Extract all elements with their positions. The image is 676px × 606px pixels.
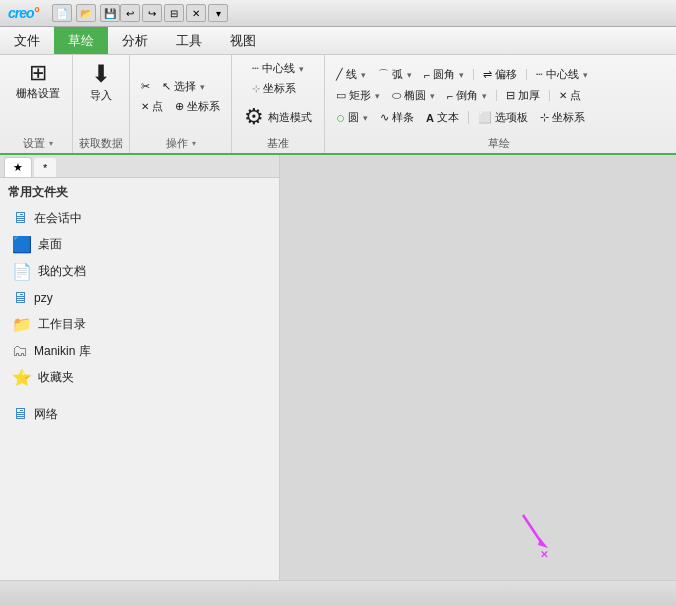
circle-dropdown[interactable]: ▾ bbox=[363, 113, 368, 123]
fillet-dropdown[interactable]: ▾ bbox=[459, 70, 464, 80]
selectpanel-btn[interactable]: ⬜ 选项板 bbox=[473, 108, 533, 127]
manikin-label: Manikin 库 bbox=[34, 343, 91, 360]
rect-btn[interactable]: ▭ 矩形 ▾ bbox=[331, 86, 385, 105]
import-btn[interactable]: ⬇ 导入 bbox=[81, 59, 121, 106]
new-file-btn[interactable]: 📄 bbox=[52, 4, 72, 22]
favorites-label: 收藏夹 bbox=[38, 369, 74, 386]
point-btn[interactable]: ✕ 点 bbox=[136, 97, 168, 116]
chamfer-btn[interactable]: ⌐ 倒角 ▾ bbox=[442, 86, 492, 105]
text-btn[interactable]: A 文本 bbox=[421, 108, 464, 127]
divider2 bbox=[526, 69, 527, 80]
point2-icon: ✕ bbox=[559, 90, 567, 101]
select-dropdown[interactable]: ▾ bbox=[200, 82, 205, 92]
save-btn[interactable]: 💾 bbox=[100, 4, 120, 22]
ribbon-group-datum-content2: ⚙ 构造模式 bbox=[238, 100, 318, 134]
arc-dropdown[interactable]: ▾ bbox=[407, 70, 412, 80]
operations-group-label: 操作 ▾ bbox=[166, 134, 196, 153]
ribbon-group-getdata: ⬇ 导入 获取数据 bbox=[73, 55, 130, 153]
construct-mode-btn[interactable]: ⚙ 构造模式 bbox=[238, 103, 318, 131]
sidebar-tab-star[interactable]: ★ bbox=[4, 157, 32, 177]
status-bar bbox=[0, 580, 676, 606]
undo-redo-group: ↩ ↪ ⊟ ✕ ▾ bbox=[120, 4, 228, 22]
arc-icon: ⌒ bbox=[378, 67, 389, 82]
redo-btn[interactable]: ↪ bbox=[142, 4, 162, 22]
manikin-icon: 🗂 bbox=[12, 342, 28, 360]
getdata-group-label: 获取数据 bbox=[79, 134, 123, 153]
scissors-btn[interactable]: ✂ bbox=[136, 78, 155, 95]
grid-settings-btn[interactable]: ⊞ 栅格设置 bbox=[10, 59, 66, 104]
offset-icon: ⇌ bbox=[483, 68, 492, 81]
ellipse-btn[interactable]: ⬭ 椭圆 ▾ bbox=[387, 86, 440, 105]
ribbon-group-datum-content: ┄ 中心线 ▾ ⊹ 坐标系 bbox=[247, 59, 309, 98]
folder-session[interactable]: 🖥 在会话中 bbox=[0, 205, 279, 231]
text-icon: A bbox=[426, 112, 434, 124]
spline-btn[interactable]: ∿ 样条 bbox=[375, 108, 419, 127]
coord2-label: 坐标系 bbox=[552, 110, 585, 125]
ellipse-label: 椭圆 bbox=[404, 88, 426, 103]
chamfer-dropdown[interactable]: ▾ bbox=[482, 91, 487, 101]
folder-desktop[interactable]: 🟦 桌面 bbox=[0, 231, 279, 258]
sidebar-tab-asterisk[interactable]: * bbox=[34, 158, 56, 177]
centerline-dropdown[interactable]: ▾ bbox=[299, 64, 304, 74]
menu-file[interactable]: 文件 bbox=[0, 27, 54, 54]
centerline2-btn[interactable]: ⊹ 坐标系 bbox=[247, 79, 301, 98]
undo-btn[interactable]: ↩ bbox=[120, 4, 140, 22]
menu-tools[interactable]: 工具 bbox=[162, 27, 216, 54]
rect-dropdown[interactable]: ▾ bbox=[375, 91, 380, 101]
close-tab-btn[interactable]: ✕ bbox=[186, 4, 206, 22]
arc-label: 弧 bbox=[392, 67, 403, 82]
sketch-group-label: 草绘 bbox=[488, 134, 510, 153]
open-file-btn[interactable]: 📂 bbox=[76, 4, 96, 22]
menu-view[interactable]: 视图 bbox=[216, 27, 270, 54]
operations-dropdown-arrow[interactable]: ▾ bbox=[192, 139, 196, 148]
canvas-area[interactable]: ✕ bbox=[280, 155, 676, 580]
folder-favorites[interactable]: ⭐ 收藏夹 bbox=[0, 364, 279, 391]
folder-pzy[interactable]: 🖥 pzy bbox=[0, 285, 279, 311]
ribbon-group-getdata-content: ⬇ 导入 bbox=[81, 59, 121, 134]
fillet-icon: ⌐ bbox=[424, 69, 430, 81]
coord2-btn[interactable]: ⊹ 坐标系 bbox=[535, 108, 590, 127]
desktop-icon: 🟦 bbox=[12, 235, 32, 254]
ribbon-group-operations: ✂ ↖ 选择 ▾ ✕ 点 ⊕ 坐标系 操作 ▾ bbox=[130, 55, 232, 153]
arrange-btn[interactable]: ⊟ bbox=[164, 4, 184, 22]
centerline-btn[interactable]: ┄ 中心线 ▾ bbox=[247, 59, 309, 78]
thicken-icon: ⊟ bbox=[506, 89, 515, 102]
menu-sketch[interactable]: 草绘 bbox=[54, 27, 108, 54]
fillet-btn[interactable]: ⌐ 圆角 ▾ bbox=[419, 65, 469, 84]
construct-icon: ⚙ bbox=[244, 106, 264, 128]
workdir-label: 工作目录 bbox=[38, 316, 86, 333]
folder-manikin[interactable]: 🗂 Manikin 库 bbox=[0, 338, 279, 364]
line-btn[interactable]: ╱ 线 ▾ bbox=[331, 65, 371, 84]
settings-dropdown-arrow[interactable]: ▾ bbox=[49, 139, 53, 148]
ribbon-group-settings-content: ⊞ 栅格设置 bbox=[10, 59, 66, 134]
centerline3-btn[interactable]: ┄ 中心线 ▾ bbox=[531, 65, 593, 84]
more-btn[interactable]: ▾ bbox=[208, 4, 228, 22]
line-dropdown[interactable]: ▾ bbox=[361, 70, 366, 80]
ellipse-dropdown[interactable]: ▾ bbox=[430, 91, 435, 101]
main-area: ★ * 常用文件夹 🖥 在会话中 🟦 桌面 📄 我的文档 🖥 pzy 📁 工作目… bbox=[0, 155, 676, 580]
select-btn[interactable]: ↖ 选择 ▾ bbox=[157, 77, 210, 96]
canvas-inner: ✕ bbox=[280, 155, 676, 580]
grid-settings-label: 栅格设置 bbox=[16, 86, 60, 101]
documents-icon: 📄 bbox=[12, 262, 32, 281]
star-icon: ★ bbox=[13, 161, 23, 173]
operations-top-row: ✂ ↖ 选择 ▾ bbox=[136, 77, 210, 96]
point2-btn[interactable]: ✕ 点 bbox=[554, 86, 586, 105]
folder-documents[interactable]: 📄 我的文档 bbox=[0, 258, 279, 285]
centerline3-dropdown[interactable]: ▾ bbox=[583, 70, 588, 80]
settings-group-label: 设置 ▾ bbox=[23, 134, 53, 153]
coord-btn[interactable]: ⊕ 坐标系 bbox=[170, 97, 225, 116]
fillet-label: 圆角 bbox=[433, 67, 455, 82]
coord-icon: ⊕ bbox=[175, 100, 184, 113]
cursor-icon: ↖ bbox=[162, 80, 171, 93]
menu-analysis[interactable]: 分析 bbox=[108, 27, 162, 54]
thicken-btn[interactable]: ⊟ 加厚 bbox=[501, 86, 545, 105]
folder-network[interactable]: 🖥 网络 bbox=[0, 401, 279, 427]
menu-bar: 文件 草绘 分析 工具 视图 bbox=[0, 27, 676, 55]
offset-btn[interactable]: ⇌ 偏移 bbox=[478, 65, 522, 84]
arc-btn[interactable]: ⌒ 弧 ▾ bbox=[373, 65, 417, 84]
text-label: 文本 bbox=[437, 110, 459, 125]
workdir-icon: 📁 bbox=[12, 315, 32, 334]
circle-btn[interactable]: ○ 圆 ▾ bbox=[331, 107, 373, 128]
folder-workdir[interactable]: 📁 工作目录 bbox=[0, 311, 279, 338]
